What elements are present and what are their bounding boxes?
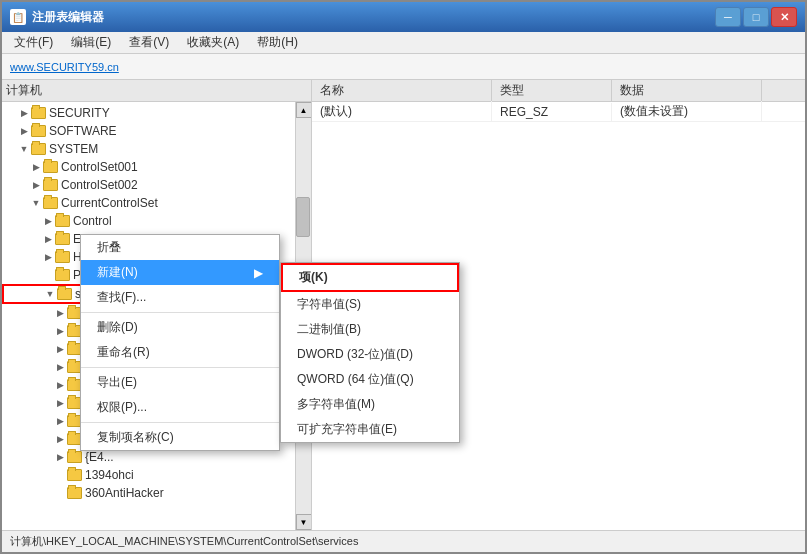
ctx-new[interactable]: 新建(N) ▶: [81, 260, 279, 285]
folder-software: [30, 124, 46, 138]
arrow-system: ▼: [18, 143, 30, 155]
tree-item-currentcontrolset[interactable]: ▼ CurrentControlSet: [2, 194, 295, 212]
folder-security: [30, 106, 46, 120]
menu-file[interactable]: 文件(F): [6, 32, 61, 53]
folder-policies: [54, 268, 70, 282]
arrow-n3: ▶: [54, 343, 66, 355]
label-software: SOFTWARE: [49, 124, 117, 138]
ctx-find[interactable]: 查找(F)...: [81, 285, 279, 310]
window-title: 注册表编辑器: [32, 9, 104, 26]
sub-dword[interactable]: DWORD (32-位)值(D): [281, 342, 459, 367]
app-icon: 📋: [10, 9, 26, 25]
status-path: 计算机\HKEY_LOCAL_MACHINE\SYSTEM\CurrentCon…: [10, 534, 358, 549]
tree-item-system[interactable]: ▼ SYSTEM: [2, 140, 295, 158]
title-bar: 📋 注册表编辑器 ─ □ ✕: [2, 2, 805, 32]
scroll-thumb[interactable]: [296, 197, 310, 237]
cell-type: REG_SZ: [492, 103, 612, 121]
label-ccs: CurrentControlSet: [61, 196, 158, 210]
arrow-cs001: ▶: [30, 161, 42, 173]
maximize-button[interactable]: □: [743, 7, 769, 27]
tree-item-controlset001[interactable]: ▶ ControlSet001: [2, 158, 295, 176]
arrow-control: ▶: [42, 215, 54, 227]
col-header-name: 名称: [312, 80, 492, 101]
label-system: SYSTEM: [49, 142, 98, 156]
tree-item-1394[interactable]: ▶ 1394ohci: [2, 466, 295, 484]
arrow-n1: ▶: [54, 307, 66, 319]
status-bar: 计算机\HKEY_LOCAL_MACHINE\SYSTEM\CurrentCon…: [2, 530, 805, 552]
label-1394: 1394ohci: [85, 468, 134, 482]
ctx-permissions[interactable]: 权限(P)...: [81, 395, 279, 420]
arrow-n4: ▶: [54, 361, 66, 373]
arrow-software: ▶: [18, 125, 30, 137]
submenu: 项(K) 字符串值(S) 二进制值(B) DWORD (32-位)值(D) QW…: [280, 262, 460, 443]
menu-bar: 文件(F) 编辑(E) 查看(V) 收藏夹(A) 帮助(H): [2, 32, 805, 54]
ctx-sep-1: [81, 312, 279, 313]
folder-ccs: [42, 196, 58, 210]
arrow-5f: ▶: [54, 433, 66, 445]
folder-cs001: [42, 160, 58, 174]
tree-header: 计算机: [2, 80, 311, 102]
label-control: Control: [73, 214, 112, 228]
title-bar-left: 📋 注册表编辑器: [10, 9, 104, 26]
folder-360: [66, 486, 82, 500]
close-button[interactable]: ✕: [771, 7, 797, 27]
tree-item-control[interactable]: ▶ Control: [2, 212, 295, 230]
menu-view[interactable]: 查看(V): [121, 32, 177, 53]
scroll-down-btn[interactable]: ▼: [296, 514, 312, 530]
arrow-ccs: ▼: [30, 197, 42, 209]
arrow-e4: ▶: [54, 451, 66, 463]
scroll-up-btn[interactable]: ▲: [296, 102, 312, 118]
menu-edit[interactable]: 编辑(E): [63, 32, 119, 53]
sub-binary[interactable]: 二进制值(B): [281, 317, 459, 342]
folder-enum: [54, 232, 70, 246]
arrow-services: ▼: [44, 288, 56, 300]
window-controls: ─ □ ✕: [715, 7, 797, 27]
arrow-0a: ▶: [54, 415, 66, 427]
sub-multi-string[interactable]: 多字符串值(M): [281, 392, 459, 417]
arrow-cs002: ▶: [30, 179, 42, 191]
tree-header-label: 计算机: [6, 82, 42, 99]
folder-control: [54, 214, 70, 228]
ctx-new-arrow: ▶: [254, 266, 263, 280]
tree-item-security[interactable]: ▶ SECURITY: [2, 104, 295, 122]
col-header-type: 类型: [492, 80, 612, 101]
ctx-collapse[interactable]: 折叠: [81, 235, 279, 260]
label-security: SECURITY: [49, 106, 110, 120]
menu-favorites[interactable]: 收藏夹(A): [179, 32, 247, 53]
col-header-data: 数据: [612, 80, 762, 101]
folder-hwp: [54, 250, 70, 264]
table-row[interactable]: (默认) REG_SZ (数值未设置): [312, 102, 805, 122]
ctx-delete[interactable]: 删除(D): [81, 315, 279, 340]
folder-system: [30, 142, 46, 156]
minimize-button[interactable]: ─: [715, 7, 741, 27]
content-header: 名称 类型 数据: [312, 80, 805, 102]
sub-string[interactable]: 字符串值(S): [281, 292, 459, 317]
ctx-rename[interactable]: 重命名(R): [81, 340, 279, 365]
arrow-security: ▶: [18, 107, 30, 119]
folder-e4: [66, 450, 82, 464]
ctx-new-label: 新建(N): [97, 264, 138, 281]
context-menu: 折叠 新建(N) ▶ 查找(F)... 删除(D) 重命名(R) 导出(E) 权…: [80, 234, 280, 451]
sub-key[interactable]: 项(K): [281, 263, 459, 292]
arrow-enum: ▶: [42, 233, 54, 245]
tree-item-360[interactable]: ▶ 360AntiHacker: [2, 484, 295, 502]
site-link[interactable]: www.SECURITY59.cn: [10, 61, 119, 73]
sub-expand-string[interactable]: 可扩充字符串值(E): [281, 417, 459, 442]
ctx-export[interactable]: 导出(E): [81, 370, 279, 395]
cell-name: (默认): [312, 101, 492, 122]
tree-item-controlset002[interactable]: ▶ ControlSet002: [2, 176, 295, 194]
label-cs001: ControlSet001: [61, 160, 138, 174]
toolbar: www.SECURITY59.cn: [2, 54, 805, 80]
label-360: 360AntiHacker: [85, 486, 164, 500]
ctx-sep-2: [81, 367, 279, 368]
ctx-copy-name[interactable]: 复制项名称(C): [81, 425, 279, 450]
arrow-n5: ▶: [54, 379, 66, 391]
folder-1394: [66, 468, 82, 482]
arrow-n6: ▶: [54, 397, 66, 409]
arrow-hwp: ▶: [42, 251, 54, 263]
ctx-sep-3: [81, 422, 279, 423]
tree-item-software[interactable]: ▶ SOFTWARE: [2, 122, 295, 140]
label-e4: {E4...: [85, 450, 114, 464]
menu-help[interactable]: 帮助(H): [249, 32, 306, 53]
sub-qword[interactable]: QWORD (64 位)值(Q): [281, 367, 459, 392]
